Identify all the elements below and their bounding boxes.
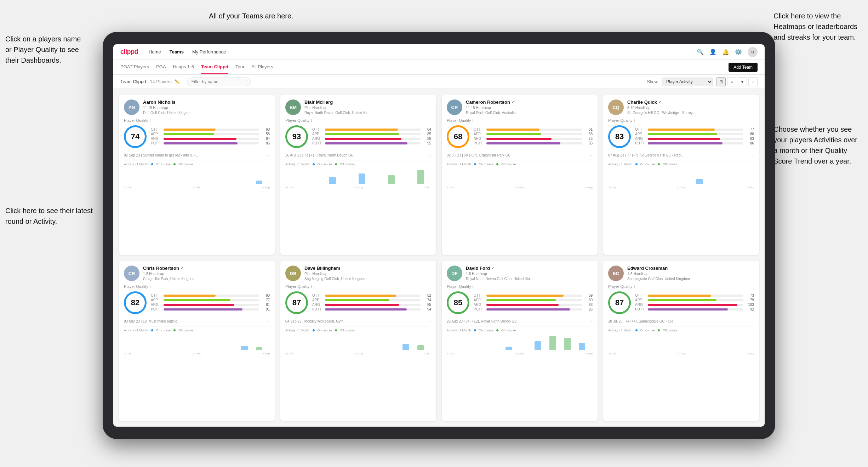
stat-row-ott: OTT 77: [635, 127, 754, 131]
subnav-pga[interactable]: PGA: [156, 61, 166, 74]
quality-score[interactable]: 83: [608, 125, 631, 148]
last-round-text: 03 Mar 23 | 19, Must make putting: [124, 319, 178, 323]
quality-score[interactable]: 93: [285, 125, 308, 148]
subnav-pgat[interactable]: PGAT Players: [120, 61, 149, 74]
last-round[interactable]: 02 Sep 23 | Sunset round to get back int…: [124, 151, 270, 157]
search-icon[interactable]: 🔍: [697, 49, 704, 55]
player-name[interactable]: Blair McHarg: [304, 99, 431, 105]
verified-badge: ✓: [491, 266, 494, 270]
stat-bar-container-app: [486, 299, 582, 301]
sort-button[interactable]: ↕: [748, 77, 758, 86]
stat-row-arg: ARG 81: [151, 303, 270, 307]
grid-view-button[interactable]: ⊞: [716, 77, 726, 86]
player-card[interactable]: DF David Ford ✓ 1-5 HandicapRoyal North …: [442, 261, 598, 421]
stat-value-app: 79: [746, 298, 754, 302]
stat-row-arg: ARG 83: [635, 137, 754, 141]
nav-link-home[interactable]: Home: [149, 49, 161, 55]
stat-bar-container-ott: [486, 295, 582, 297]
subnav-tour[interactable]: Tour: [235, 61, 244, 74]
player-name[interactable]: Edward Crossman: [627, 266, 754, 271]
show-select[interactable]: Player Activity Quality Score Trend: [662, 78, 713, 86]
stat-label-app: APP: [151, 132, 161, 136]
search-input[interactable]: [187, 78, 251, 86]
last-round[interactable]: 18 Jul 23 | 74 (+4), Sunningdale GC - Ol…: [608, 317, 754, 323]
quality-score[interactable]: 85: [447, 291, 469, 314]
activity-section: Activity · 1 Month On course Off course …: [285, 160, 431, 189]
quality-score[interactable]: 74: [124, 125, 147, 148]
last-round[interactable]: 02 Jul 23 | 59 (+17), Craigmillar Park G…: [447, 151, 593, 157]
on-course-dot: [474, 163, 476, 165]
stat-label-arg: ARG: [635, 303, 646, 307]
last-round[interactable]: 04 Sep 23 | Mobility with coach, Gym →: [285, 317, 431, 323]
nav-link-teams[interactable]: Teams: [170, 49, 184, 55]
stat-bar-putt: [164, 308, 242, 311]
last-round[interactable]: 26 Aug 23 | 73 (+1), Royal North Devon G…: [285, 151, 431, 157]
last-round[interactable]: 03 Mar 23 | 19, Must make putting →: [124, 317, 270, 323]
player-card[interactable]: CR Chris Robertson ✓ 1-5 HandicapCraigmi…: [119, 261, 275, 421]
person-icon[interactable]: 👤: [709, 49, 716, 55]
player-name[interactable]: David Ford ✓: [466, 266, 593, 271]
stat-value-arg: 83: [746, 137, 754, 141]
quality-score[interactable]: 87: [608, 291, 631, 314]
nav-link-myperformance[interactable]: My Performance: [192, 49, 226, 55]
stat-value-app: 77: [261, 298, 270, 302]
add-team-button[interactable]: Add Team: [729, 63, 758, 72]
off-course-dot: [335, 329, 337, 331]
stat-bar-putt: [325, 142, 407, 144]
date-start: 31 Jul: [124, 186, 131, 189]
team-title: Team Clippd: [120, 79, 146, 84]
subnav-teamclippd[interactable]: Team Clippd: [201, 61, 228, 74]
stat-value-arg: 75: [584, 137, 593, 141]
stat-bar-arg: [486, 304, 559, 306]
stat-label-arg: ARG: [312, 137, 323, 141]
subnav-hcaps[interactable]: Hcaps 1-5: [173, 61, 194, 74]
player-name[interactable]: Cameron Robertson ✓: [466, 99, 593, 105]
last-round[interactable]: 26 Aug 23 | 84 (+12), Royal North Devon …: [447, 317, 593, 323]
player-name[interactable]: Chris Robertson ✓: [143, 266, 270, 271]
annotation-bottom-left: Click here to see their latest round or …: [5, 205, 93, 227]
settings-icon[interactable]: ⚙️: [735, 49, 742, 55]
activity-label: Activity · 1 Month On course Off course: [608, 163, 754, 166]
filter-button[interactable]: ▼: [738, 77, 747, 86]
player-card[interactable]: DB Dave Billingham Plus HandicapSng Magi…: [280, 261, 436, 421]
stat-value-putt: 96: [584, 307, 593, 311]
stat-label-arg: ARG: [312, 303, 323, 307]
stat-value-app: 63: [584, 132, 593, 136]
player-card[interactable]: EC Edward Crossman 1-5 HandicapSunningda…: [603, 261, 759, 421]
player-card[interactable]: BM Blair McHarg Plus HandicapRoyal North…: [280, 95, 436, 255]
player-card[interactable]: CR Cameron Robertson ✓ 11-15 HandicapRoy…: [442, 95, 598, 255]
avatar[interactable]: U: [748, 47, 758, 57]
info-icon: ℹ: [634, 119, 635, 123]
quality-score[interactable]: 82: [124, 291, 147, 314]
stat-value-arg: 83: [584, 303, 593, 307]
stat-bar-container-app: [325, 133, 421, 135]
stat-bar-app: [486, 133, 541, 135]
card-header: CR Chris Robertson ✓ 1-5 HandicapCraigmi…: [124, 266, 270, 281]
stat-row-putt: PUTT 85: [151, 141, 270, 145]
off-course-dot: [658, 329, 660, 331]
edit-icon[interactable]: ✏️: [175, 79, 180, 84]
stat-bar-container-app: [164, 299, 259, 301]
player-meta: 1-5 HandicapRoyal North Devon Golf Club,…: [466, 272, 593, 281]
player-card[interactable]: CQ Charlie Quick ✓ 6-10 HandicapSt. Geor…: [603, 95, 759, 255]
last-round[interactable]: 07 Aug 23 | 77 (+7), St George's Hill GC…: [608, 151, 754, 157]
player-name[interactable]: Dave Billingham: [304, 266, 431, 271]
quality-score[interactable]: 68: [447, 125, 469, 148]
last-round-text: 07 Aug 23 | 77 (+7), St George's Hill GC…: [608, 153, 684, 157]
quality-score[interactable]: 87: [285, 291, 308, 314]
list-view-button[interactable]: ≡: [727, 77, 736, 86]
stat-bar-putt: [486, 142, 560, 144]
stat-bar-container-arg: [164, 304, 259, 306]
player-card[interactable]: AN Aaron Nicholls 11-15 HandicapDrift Go…: [119, 95, 275, 255]
player-name[interactable]: Aaron Nicholls: [143, 99, 270, 105]
bell-icon[interactable]: 🔔: [722, 49, 729, 55]
last-round-text: 18 Jul 23 | 74 (+4), Sunningdale GC - Ol…: [608, 319, 673, 323]
off-course-label: Off course: [663, 163, 677, 166]
quality-row: 68 OTT 61 APP: [447, 125, 593, 148]
subnav-allplayers[interactable]: All Players: [251, 61, 273, 74]
player-name[interactable]: Charlie Quick ✓: [627, 99, 754, 105]
stat-bar-container-ott: [648, 129, 743, 131]
stat-row-ott: OTT 60: [151, 294, 270, 297]
on-course-label: On course: [479, 163, 494, 166]
activity-label: Activity · 1 Month On course Off course: [124, 163, 270, 166]
